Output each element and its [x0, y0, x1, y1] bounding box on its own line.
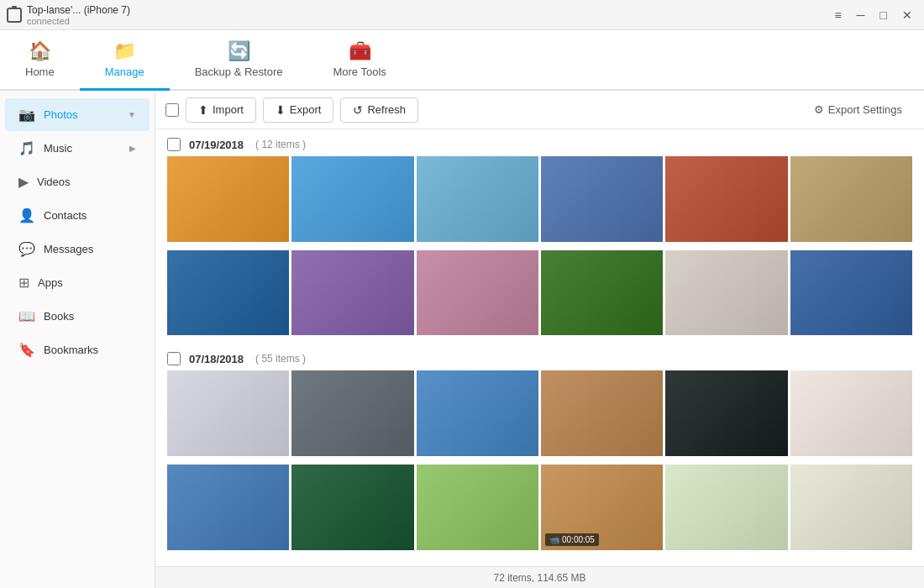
photo-thumbnail — [291, 156, 413, 242]
device-name: Top-lanse'... (iPhone 7) — [27, 4, 130, 16]
photo-cell[interactable]: 📹00:00:05 — [541, 465, 663, 550]
photo-cell[interactable] — [417, 250, 538, 336]
date-group-0: 07/19/2018( 12 items ) — [155, 129, 924, 344]
refresh-label: Refresh — [367, 103, 406, 116]
sidebar-item-contacts[interactable]: 👤 Contacts — [5, 199, 150, 232]
photo-cell[interactable] — [665, 156, 787, 242]
photo-grid-1-1: 📹00:00:05 — [155, 465, 924, 559]
date-group-checkbox-1[interactable] — [167, 352, 181, 365]
photo-thumbnail — [541, 250, 663, 336]
menu-icon[interactable]: ≡ — [829, 7, 846, 24]
music-icon: 🎵 — [18, 140, 35, 156]
photo-thumbnail — [291, 250, 413, 336]
photo-cell[interactable] — [665, 465, 787, 550]
photo-inner — [167, 250, 289, 336]
photo-cell[interactable] — [665, 250, 787, 336]
photo-inner — [541, 156, 663, 242]
sidebar-item-bookmarks[interactable]: 🔖 Bookmarks — [5, 333, 150, 366]
import-button[interactable]: ⬆ Import — [186, 97, 256, 123]
sidebar-label-messages: Messages — [44, 243, 93, 255]
apps-icon: ⊞ — [18, 275, 29, 291]
photo-thumbnail — [291, 465, 413, 550]
photo-cell[interactable] — [417, 370, 538, 456]
chevron-right-icon: ▶ — [129, 144, 136, 153]
refresh-button[interactable]: ↺ Refresh — [340, 97, 418, 123]
tab-home[interactable]: 🏠 Home — [0, 30, 80, 91]
settings-icon: ⚙ — [814, 103, 824, 116]
photo-cell[interactable] — [790, 250, 912, 336]
tab-tools[interactable]: 🧰 More Tools — [307, 30, 411, 91]
photo-cell[interactable] — [167, 370, 289, 456]
photo-cell[interactable] — [790, 156, 912, 242]
photo-cell[interactable] — [167, 250, 289, 336]
sidebar-item-apps[interactable]: ⊞ Apps — [5, 266, 150, 299]
date-group-checkbox-0[interactable] — [167, 138, 181, 151]
home-icon: 🏠 — [29, 40, 51, 62]
photo-inner — [291, 465, 413, 550]
tab-manage-label: Manage — [105, 66, 144, 78]
tab-home-label: Home — [25, 66, 55, 78]
export-button[interactable]: ⬇ Export — [263, 97, 334, 123]
export-settings-button[interactable]: ⚙ Export Settings — [802, 98, 914, 121]
nav-tabs: 🏠 Home 📁 Manage 🔄 Backup & Restore 🧰 Mor… — [0, 30, 924, 91]
sidebar-item-music[interactable]: 🎵 Music ▶ — [5, 132, 150, 165]
photo-inner — [541, 250, 663, 336]
sidebar-item-videos[interactable]: ▶ Videos — [5, 165, 150, 198]
photo-inner — [790, 156, 912, 242]
minimize-icon[interactable]: ─ — [852, 7, 870, 24]
statusbar: 72 items, 114.65 MB — [155, 566, 924, 588]
photo-cell[interactable] — [291, 370, 413, 456]
photo-inner — [167, 465, 289, 550]
photo-cell[interactable] — [417, 156, 538, 242]
sidebar-item-books[interactable]: 📖 Books — [5, 300, 150, 333]
select-all-checkbox[interactable] — [165, 103, 179, 117]
photo-cell[interactable] — [417, 465, 538, 550]
photo-inner — [665, 465, 787, 550]
photo-cell[interactable] — [167, 156, 289, 242]
photo-cell[interactable] — [291, 465, 413, 550]
maximize-icon[interactable]: □ — [875, 7, 892, 24]
photo-cell[interactable] — [541, 370, 663, 456]
video-camera-icon: 📹 — [549, 535, 559, 544]
photo-inner — [790, 465, 912, 550]
photo-inner — [291, 250, 413, 336]
contacts-icon: 👤 — [18, 207, 35, 223]
window-controls[interactable]: ≡ ─ □ ✕ — [829, 7, 917, 24]
sidebar-item-photos[interactable]: 📷 Photos ▼ — [5, 98, 150, 131]
sidebar-label-books: Books — [44, 310, 74, 323]
photo-cell[interactable] — [541, 156, 663, 242]
close-icon[interactable]: ✕ — [897, 7, 917, 24]
video-duration-badge: 📹00:00:05 — [545, 533, 599, 546]
photo-inner — [665, 250, 787, 336]
tools-icon: 🧰 — [349, 40, 371, 62]
import-icon: ⬆ — [198, 103, 208, 117]
photo-cell[interactable] — [291, 156, 413, 242]
sidebar-label-photos: Photos — [44, 108, 77, 121]
photo-thumbnail — [790, 156, 912, 242]
sidebar-item-messages[interactable]: 💬 Messages — [5, 233, 150, 265]
photo-thumbnail — [167, 370, 289, 456]
tab-manage[interactable]: 📁 Manage — [80, 30, 170, 91]
photo-inner — [417, 465, 538, 550]
photo-thumbnail — [665, 370, 787, 456]
bookmarks-icon: 🔖 — [18, 342, 35, 358]
photo-cell[interactable] — [167, 465, 289, 550]
photo-thumbnail — [167, 250, 289, 336]
photo-inner — [417, 370, 538, 456]
device-details: Top-lanse'... (iPhone 7) connected — [27, 4, 130, 26]
tab-backup[interactable]: 🔄 Backup & Restore — [170, 30, 308, 91]
photo-inner — [417, 250, 538, 336]
photo-cell[interactable] — [291, 250, 413, 336]
photo-thumbnail — [665, 250, 787, 336]
photo-area: 07/19/2018( 12 items )07/18/2018( 55 ite… — [155, 129, 924, 566]
photo-thumbnail — [541, 156, 663, 242]
tab-tools-label: More Tools — [333, 66, 386, 78]
sidebar-label-contacts: Contacts — [44, 209, 87, 222]
photo-cell[interactable] — [790, 370, 912, 456]
photo-thumbnail — [790, 465, 912, 550]
photo-cell[interactable] — [665, 370, 787, 456]
photo-thumbnail — [167, 156, 289, 242]
books-icon: 📖 — [18, 308, 35, 324]
photo-cell[interactable] — [790, 465, 912, 550]
photo-cell[interactable] — [541, 250, 663, 336]
